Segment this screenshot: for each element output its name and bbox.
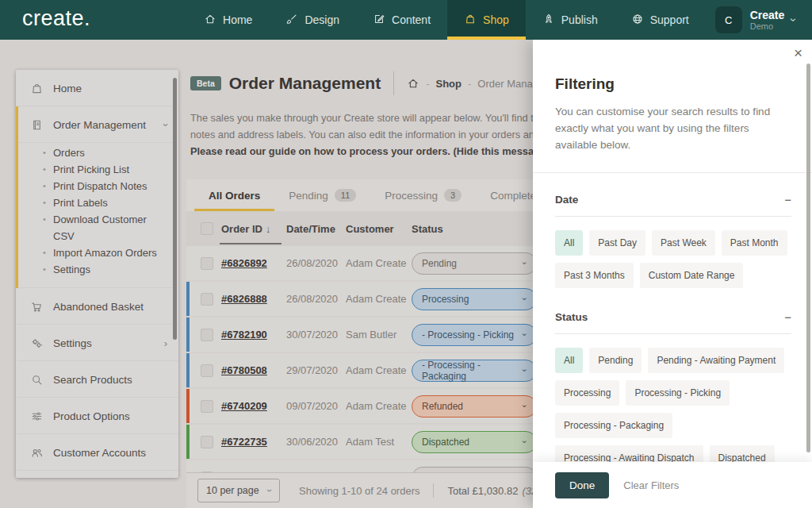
filter-chip-custom-date-range[interactable]: Custom Date Range	[640, 263, 744, 288]
users-icon	[30, 446, 44, 460]
sidebar-subitem-print-dispatch-notes[interactable]: Print Dispatch Notes	[53, 178, 170, 194]
collapse-icon[interactable]: −	[784, 194, 791, 206]
nav-item-content[interactable]: Content	[356, 0, 447, 40]
column-date[interactable]: Date/Time	[286, 223, 346, 235]
avatar: C	[715, 6, 742, 33]
order-id-link[interactable]: #6782190	[221, 329, 267, 341]
tab-pending[interactable]: Pending11	[274, 179, 370, 211]
status-dropdown[interactable]: Pending ›	[412, 252, 537, 275]
tab-all-orders[interactable]: All Orders	[194, 179, 274, 211]
close-icon[interactable]: ×	[794, 44, 802, 62]
status-dropdown[interactable]: Dispatched ›	[412, 431, 537, 453]
chevron-down-icon: ›	[521, 298, 530, 301]
sidebar-subitem-print-picking-list[interactable]: Print Picking List	[53, 161, 170, 178]
filter-chip-pending---awaiting-payment[interactable]: Pending - Awaiting Payment	[648, 348, 784, 373]
row-checkbox[interactable]	[201, 329, 213, 341]
sidebar-subitem-download-customer-csv[interactable]: Download Customer CSV	[53, 211, 170, 244]
column-customer[interactable]: Customer	[346, 223, 412, 235]
filter-chip-past-3-months[interactable]: Past 3 Months	[555, 263, 634, 288]
filter-panel: × Filtering You can customise your searc…	[533, 40, 812, 508]
panel-title: Filtering	[555, 75, 791, 93]
order-customer: Sam Butler	[346, 329, 412, 341]
nav-item-home[interactable]: Home	[187, 0, 269, 40]
done-button[interactable]: Done	[555, 472, 609, 498]
filter-chip-processing---packaging[interactable]: Processing - Packaging	[555, 413, 672, 438]
sidebar-scrollbar[interactable]	[173, 78, 177, 340]
brush-icon	[285, 13, 298, 28]
sidebar-item-order-management[interactable]: Order Management ›	[18, 106, 178, 143]
nav-item-support[interactable]: Support	[615, 0, 706, 40]
order-customer: Adam Create	[346, 293, 412, 305]
order-id-link[interactable]: #6722735	[221, 436, 267, 448]
tab-count-badge: 3	[444, 189, 462, 202]
filter-chip-past-week[interactable]: Past Week	[652, 230, 715, 256]
filter-chip-pending[interactable]: Pending	[589, 348, 642, 373]
filter-chip-past-month[interactable]: Past Month	[722, 230, 787, 256]
filter-section-label: Status	[555, 311, 588, 323]
sidebar-item-abandoned-basket[interactable]: Abandoned Basket	[16, 288, 178, 325]
order-customer: Adam Create	[346, 257, 412, 269]
sort-down-icon[interactable]: ↓	[266, 223, 271, 235]
row-checkbox[interactable]	[201, 257, 213, 270]
divider	[555, 333, 791, 334]
tab-processing[interactable]: Processing3	[370, 179, 476, 211]
guide-link[interactable]: Please read our guide on how to process …	[190, 145, 450, 157]
panel-scrollbar[interactable]	[806, 64, 810, 452]
nav-item-design[interactable]: Design	[269, 0, 356, 40]
filter-chip-processing---picking[interactable]: Processing - Picking	[626, 380, 730, 406]
order-id-link[interactable]: #6826888	[221, 293, 267, 305]
nav-menu: HomeDesignContentShopPublishSupport	[187, 0, 706, 40]
page-body: Home Order Management › OrdersPrint Pick…	[0, 40, 812, 508]
filter-chip-past-day[interactable]: Past Day	[589, 230, 645, 256]
panel-description: You can customise your search results to…	[555, 103, 791, 153]
filter-chip-processing[interactable]: Processing	[555, 380, 619, 406]
select-all-checkbox[interactable]	[201, 222, 213, 235]
sidebar-item-home[interactable]: Home	[16, 70, 178, 106]
orders-total: Total £1,030.82	[447, 485, 518, 497]
sidebar-item-customer-accounts[interactable]: Customer Accounts	[16, 434, 178, 471]
sidebar-item-search-products[interactable]: Search Products	[16, 361, 178, 398]
nav-item-publish[interactable]: Publish	[526, 0, 615, 40]
shopping-bag-icon	[464, 13, 477, 28]
nav-item-shop[interactable]: Shop	[447, 0, 526, 40]
sidebar-subitem-import-amazon-orders[interactable]: Import Amazon Orders	[53, 244, 170, 261]
divider	[533, 172, 812, 173]
status-dropdown[interactable]: Refunded ›	[412, 395, 537, 418]
sidebar-subitem-settings[interactable]: Settings	[53, 261, 170, 278]
filter-section-label: Date	[555, 194, 578, 206]
per-page-select[interactable]: 10 per page ›	[197, 479, 280, 502]
row-checkbox[interactable]	[201, 400, 213, 413]
sidebar-subitem-orders[interactable]: Orders	[53, 144, 170, 161]
gears-icon	[30, 337, 44, 350]
row-checkbox[interactable]	[201, 436, 213, 448]
sidebar-item-product-options[interactable]: Product Options	[16, 398, 178, 434]
order-id-link[interactable]: #6740209	[221, 400, 267, 412]
sidebar-subitem-print-labels[interactable]: Print Labels	[53, 194, 170, 211]
create-logo[interactable]: create.	[0, 0, 90, 40]
column-order-id[interactable]: Order ID↓	[221, 223, 286, 235]
sidebar-item-discount-codes[interactable]: Discount Codes	[16, 471, 178, 478]
shop-sidebar: Home Order Management › OrdersPrint Pick…	[16, 70, 178, 478]
order-id-link[interactable]: #6826892	[221, 257, 267, 269]
search-icon	[30, 373, 44, 387]
chevron-down-icon: ›	[521, 405, 530, 408]
order-id-link[interactable]: #6780508	[221, 364, 267, 376]
filter-chip-all[interactable]: All	[555, 348, 583, 373]
status-dropdown[interactable]: Processing ›	[412, 288, 537, 310]
clear-filters-button[interactable]: Clear Filters	[623, 479, 679, 491]
user-menu[interactable]: C Create Demo ›	[706, 0, 812, 40]
filter-chip-all[interactable]: All	[555, 230, 583, 256]
divider	[393, 71, 394, 95]
status-dropdown[interactable]: - Processing - Picking ›	[412, 324, 537, 346]
chevron-right-icon: ›	[164, 338, 167, 348]
sidebar-item-settings[interactable]: Settings ›	[16, 325, 178, 361]
collapse-icon[interactable]: −	[784, 311, 791, 323]
row-checkbox[interactable]	[201, 364, 213, 377]
filter-section: Date − AllPast DayPast WeekPast MonthPas…	[555, 194, 791, 288]
order-date: 30/07/2020	[286, 329, 346, 341]
tab-count-badge: 11	[335, 189, 356, 202]
breadcrumb-shop[interactable]: Shop	[436, 78, 462, 90]
status-dropdown[interactable]: - Processing - Packaging ›	[412, 360, 537, 382]
row-checkbox[interactable]	[201, 293, 213, 306]
home-icon[interactable]	[407, 77, 419, 90]
